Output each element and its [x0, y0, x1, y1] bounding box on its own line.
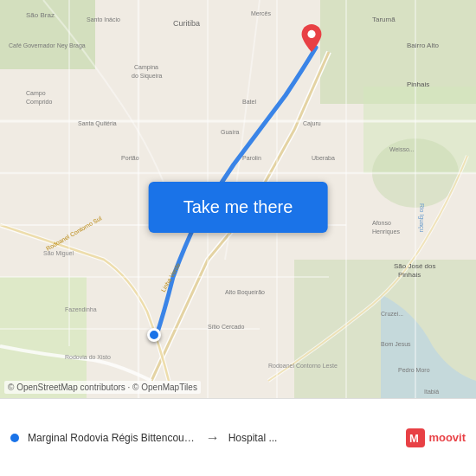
svg-rect-1: [0, 0, 95, 69]
svg-text:Rodoanel Contorno Leste: Rodoanel Contorno Leste: [268, 363, 338, 369]
svg-text:Itabiá: Itabiá: [424, 389, 439, 395]
svg-text:São Braz: São Braz: [26, 11, 55, 19]
svg-text:Curitiba: Curitiba: [173, 19, 200, 28]
svg-text:Cruzei...: Cruzei...: [381, 311, 403, 317]
bottom-bar: Marginal Rodovia Régis Bittencourt (B...…: [0, 398, 476, 476]
moovit-logo-text: moovit: [428, 431, 466, 444]
svg-text:Alto Boqueirão: Alto Boqueirão: [225, 289, 265, 296]
svg-text:Afonso: Afonso: [372, 220, 391, 226]
svg-text:Bairro Alto: Bairro Alto: [407, 42, 439, 49]
svg-text:Pinhais: Pinhais: [407, 80, 429, 88]
moovit-logo-icon: M: [406, 428, 425, 447]
take-me-there-button[interactable]: Take me there: [149, 182, 328, 233]
destination-text: Hospital ...: [228, 432, 398, 444]
origin-text: Marginal Rodovia Régis Bittencourt (B...: [28, 432, 197, 444]
svg-text:Parolin: Parolin: [242, 155, 261, 161]
destination-marker: [301, 24, 325, 55]
moovit-logo: M moovit: [406, 428, 466, 447]
svg-text:Pinhais: Pinhais: [398, 271, 421, 279]
svg-text:Sítio Cercado: Sítio Cercado: [208, 324, 245, 330]
map-container: Curitiba São Braz Santo Inácio Mercês Ta…: [0, 0, 476, 398]
svg-text:M: M: [409, 432, 419, 445]
svg-text:Pedro Moro: Pedro Moro: [398, 367, 430, 373]
svg-text:Tarumã: Tarumã: [372, 16, 396, 23]
svg-text:Uberaba: Uberaba: [312, 155, 335, 161]
svg-text:Weisso...: Weisso...: [389, 146, 415, 152]
svg-text:Campina: Campina: [134, 64, 158, 71]
svg-text:Rodovia do Xisto: Rodovia do Xisto: [65, 354, 111, 360]
svg-text:Santo Inácio: Santo Inácio: [87, 16, 120, 23]
svg-text:Comprido: Comprido: [26, 99, 52, 106]
svg-text:Henriques: Henriques: [372, 228, 400, 235]
svg-text:Mercês: Mercês: [251, 10, 271, 16]
svg-text:Santa Quitéria: Santa Quitéria: [78, 120, 117, 127]
svg-text:São José dos: São José dos: [394, 262, 435, 270]
svg-text:Fazendinha: Fazendinha: [65, 306, 97, 312]
route-info: Marginal Rodovia Régis Bittencourt (B...…: [10, 428, 466, 447]
origin-marker: [147, 328, 161, 342]
svg-text:Bom Jesus: Bom Jesus: [381, 341, 411, 347]
svg-text:Guaíra: Guaíra: [221, 129, 240, 135]
svg-rect-5: [0, 277, 87, 398]
svg-point-59: [307, 30, 315, 38]
map-attribution: © OpenStreetMap contributors · © OpenMap…: [4, 381, 201, 394]
svg-text:Portão: Portão: [121, 155, 139, 161]
arrow-icon: →: [206, 430, 220, 446]
origin-dot: [10, 434, 19, 442]
svg-text:Campo: Campo: [26, 90, 46, 97]
svg-text:Café Governador Ney Braga: Café Governador Ney Braga: [9, 42, 86, 49]
svg-text:Rio Iguaçu: Rio Iguaçu: [418, 203, 425, 233]
svg-text:do Siqueira: do Siqueira: [132, 73, 163, 80]
svg-text:Cajuru: Cajuru: [303, 120, 321, 127]
svg-text:Batel: Batel: [242, 99, 256, 105]
